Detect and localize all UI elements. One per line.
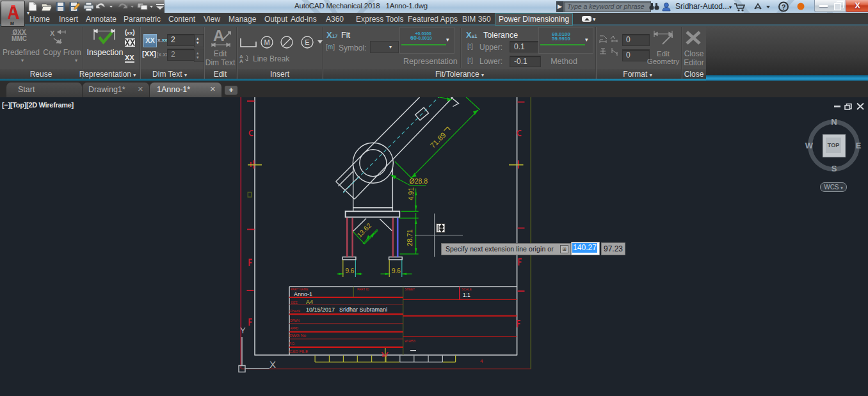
svg-text:A4: A4 xyxy=(306,299,313,305)
svg-text:DWG No: DWG No xyxy=(289,333,306,338)
svg-text:9.6: 9.6 xyxy=(392,267,401,274)
svg-text:A: A xyxy=(239,58,243,63)
svg-text:PART ID: PART ID xyxy=(357,288,369,291)
svg-text:W-9853: W-9853 xyxy=(405,340,415,343)
svg-text:SIZE: SIZE xyxy=(291,301,298,305)
svg-text:Y: Y xyxy=(240,326,246,335)
svg-text:10/15/2017: 10/15/2017 xyxy=(306,306,335,313)
svg-text:X: X xyxy=(50,29,55,37)
svg-text:APPD: APPD xyxy=(290,327,299,330)
svg-text:Ø28.8: Ø28.8 xyxy=(410,177,428,185)
svg-text:E: E xyxy=(305,38,309,46)
svg-text:X: X xyxy=(269,359,276,370)
svg-text:4.91: 4.91 xyxy=(407,187,415,201)
svg-text:DRWN: DRWN xyxy=(290,319,300,322)
svg-text:SCALE: SCALE xyxy=(462,288,472,291)
svg-text:1:1: 1:1 xyxy=(463,292,470,298)
svg-text:Sridhar Subramani: Sridhar Subramani xyxy=(339,306,387,313)
svg-text:28.71: 28.71 xyxy=(406,229,414,246)
svg-text:4: 4 xyxy=(480,358,483,364)
svg-text:71.89: 71.89 xyxy=(429,131,447,150)
svg-text:Anno-1: Anno-1 xyxy=(294,291,312,297)
svg-text:Check: Check xyxy=(289,309,301,313)
svg-text:M: M xyxy=(264,38,269,46)
svg-text:SHEET: SHEET xyxy=(405,288,415,291)
svg-text:M: M xyxy=(10,21,14,26)
svg-text:9.6: 9.6 xyxy=(346,267,355,274)
svg-text:CAD FILE: CAD FILE xyxy=(289,349,309,354)
svg-text:?: ? xyxy=(782,3,786,11)
svg-text:P.O.: P.O. xyxy=(289,342,295,345)
